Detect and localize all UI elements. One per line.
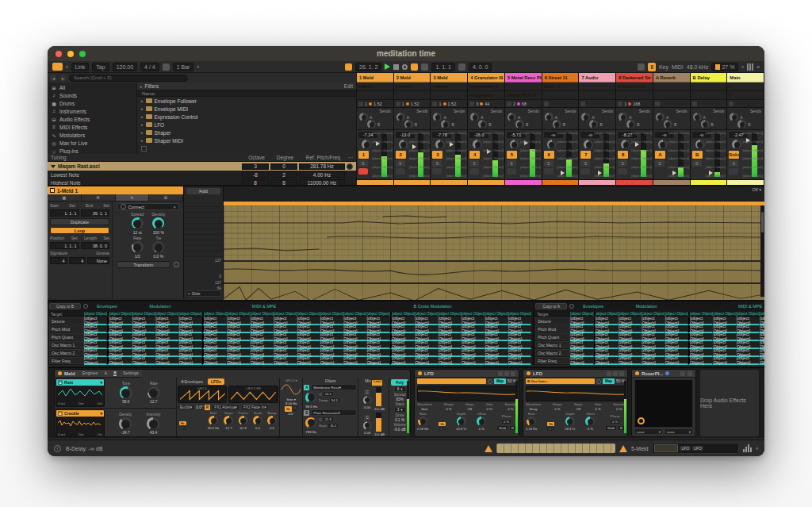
clip-stop-button[interactable] (618, 102, 622, 106)
poly-toggle[interactable]: Poly (391, 379, 408, 386)
matrix-cell[interactable]: [object Object] (485, 357, 508, 365)
clip-activator-checkbox[interactable] (50, 188, 55, 193)
track-header[interactable]: 5 Metal Reso Plus (505, 73, 542, 83)
lowest-octave-value[interactable]: -8 (242, 171, 269, 178)
crossfade-color-strip[interactable] (542, 179, 579, 185)
clip-slot[interactable] (357, 91, 393, 100)
send-b-knob[interactable] (478, 120, 487, 129)
track-activator-button[interactable]: 5 (507, 151, 517, 159)
arm-button[interactable] (469, 168, 479, 175)
expression-tab-icon[interactable]: ∿ (116, 194, 150, 201)
hold-button[interactable]: Hold (496, 425, 508, 431)
fx1-select[interactable]: FX1 Attenua ▾ (212, 405, 239, 410)
arm-button[interactable] (618, 168, 627, 175)
note-name[interactable] (184, 246, 223, 252)
matrix-cell[interactable]: [object Object] (594, 357, 619, 365)
filter-b-freq-knob[interactable] (305, 417, 316, 428)
chevron-down-icon[interactable]: ▾ (756, 446, 758, 451)
lfo-knob[interactable] (253, 416, 262, 425)
lfo-knob[interactable] (209, 416, 218, 425)
rate-knob[interactable] (418, 417, 427, 426)
clip-slot[interactable]: 3-Granulator II (468, 83, 504, 91)
clip-stop-button[interactable] (469, 102, 474, 106)
warning-icon[interactable] (485, 445, 492, 452)
solo-button[interactable]: S (729, 160, 738, 167)
matrix-cell[interactable]: [object Object] (462, 357, 485, 365)
engines-tab[interactable]: Engines (82, 371, 98, 376)
clip-stop-button[interactable] (692, 102, 697, 106)
send-a-knob[interactable] (508, 113, 516, 121)
chevron-down-icon[interactable]: ▾ (66, 64, 68, 69)
clip-stop-button[interactable] (432, 102, 437, 106)
matrix-cell[interactable]: [object Object] (508, 357, 531, 365)
sync-toggle[interactable]: ♪ (439, 427, 446, 431)
clip-slot[interactable] (653, 91, 690, 100)
tempo-field[interactable]: 120.00 (113, 63, 137, 71)
tuning-octave-value[interactable]: 3 (242, 163, 269, 170)
browser-folder-row[interactable]: ▸ Envelope Follower (137, 97, 356, 105)
metronome-icon[interactable] (163, 63, 170, 71)
transform-button[interactable]: Transform (117, 261, 170, 268)
depth-knob[interactable] (565, 417, 575, 426)
matrix-target-button[interactable]: Osc Macro 2 (535, 349, 570, 356)
clip-slot[interactable] (579, 83, 615, 91)
editor-scrollbar[interactable] (760, 205, 764, 297)
matrix-target-button[interactable]: Pitch Quant (535, 333, 570, 340)
matrix-cell[interactable]: [object Object] (439, 357, 462, 365)
follow-button[interactable] (345, 63, 352, 71)
clip-slot[interactable]: 1-Meld 1 (394, 83, 431, 91)
crossfade-color-strip[interactable] (727, 179, 764, 185)
matrix-cell[interactable]: [object Object] (619, 357, 642, 365)
matrix-cell[interactable]: [object Object] (713, 357, 736, 365)
lowest-freq-value[interactable]: 4.00 Hz (299, 171, 345, 178)
pan-knob[interactable] (584, 140, 593, 149)
pan-knob[interactable] (547, 140, 557, 149)
note-name[interactable] (184, 235, 223, 240)
engine-a-pan-knob[interactable] (363, 396, 372, 405)
note-name[interactable] (184, 218, 223, 224)
crossfade-color-strip[interactable] (691, 179, 727, 185)
arm-button[interactable] (507, 168, 516, 175)
pan-knob[interactable] (473, 140, 482, 149)
key-map-mode-button[interactable]: Key (659, 64, 668, 70)
clip-stop-button[interactable] (358, 102, 363, 106)
solo-button[interactable]: S (507, 160, 516, 167)
arm-button[interactable] (432, 168, 442, 175)
track-header[interactable]: B Delay (691, 73, 727, 83)
draw-mode-pencil-icon[interactable] (638, 63, 645, 71)
send-b-knob[interactable] (515, 120, 524, 129)
arm-button[interactable] (544, 168, 553, 175)
sidebar-item[interactable]: ⊟ Audio Effects (48, 115, 136, 123)
spread-value[interactable]: 83% (396, 398, 404, 401)
fold-button[interactable]: Fold (186, 188, 220, 194)
sync-toggle[interactable]: ♪ (547, 427, 554, 431)
crossfade-color-strip[interactable] (579, 179, 615, 185)
clip-slot[interactable] (691, 91, 727, 100)
matrix-target-button[interactable]: Filter Freq (535, 357, 570, 364)
send-a-knob[interactable] (545, 113, 553, 121)
settings-tab[interactable]: Settings (123, 371, 139, 376)
track-header[interactable]: 6 Street 11 (542, 73, 579, 83)
matrix-target-button[interactable]: Osc Macro 2 (49, 349, 84, 356)
y-target-select[interactable]: none▾ (665, 428, 693, 435)
send-b-knob[interactable] (589, 120, 598, 129)
name-column-header[interactable]: Name (137, 90, 356, 97)
tap-tempo-button[interactable]: Tap (92, 63, 109, 71)
engine-b-oct[interactable]: Oct (97, 432, 102, 436)
engine-b-level-slider[interactable] (376, 413, 381, 432)
xy-pad[interactable] (634, 379, 693, 428)
engine-a-tab[interactable]: A (105, 371, 108, 376)
solo-button[interactable]: S (655, 160, 665, 167)
pan-knob[interactable] (658, 140, 668, 149)
editor-tab[interactable] (479, 187, 487, 194)
filter-b-tag[interactable]: B (304, 410, 309, 416)
time-signature-field[interactable]: 4 / 4 (140, 63, 159, 71)
hz-toggle[interactable]: Hz (547, 422, 554, 426)
clip-slot[interactable]: Street 11 (542, 83, 579, 91)
tie-knob[interactable] (152, 241, 164, 253)
engine-a-route-button[interactable]: C (364, 390, 370, 395)
clip-slot[interactable] (691, 83, 727, 91)
matrix-cell[interactable]: [object Object] (297, 357, 320, 365)
clip-slot[interactable]: 8-Darkened St (616, 83, 653, 91)
matrix-target-button[interactable]: Pitch Mod (49, 325, 84, 332)
